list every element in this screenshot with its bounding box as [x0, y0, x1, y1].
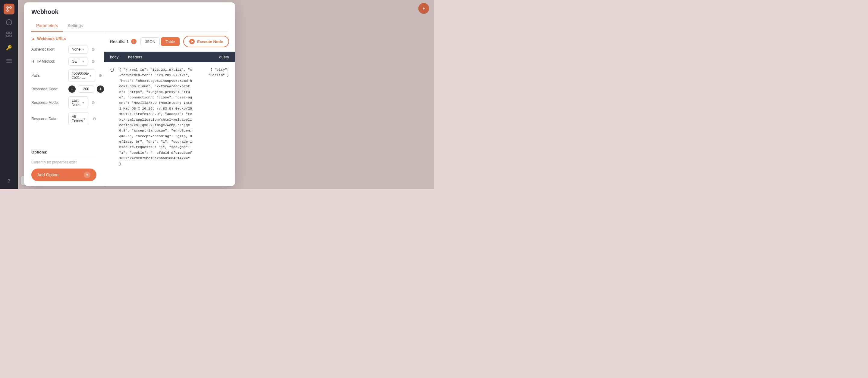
modal-tabs: Parameters Settings: [31, 20, 228, 32]
options-divider: [31, 157, 96, 157]
webhook-urls-section[interactable]: ▲ Webhook URLs: [31, 36, 96, 41]
results-content: {} { "x-real-ip": "123.201.57.121", "x-f…: [104, 62, 235, 186]
modal-title: Webhook: [31, 8, 228, 15]
http-method-row: HTTP Method: GET ▼ ⚙: [31, 57, 96, 66]
add-option-chevron-icon: ▼: [84, 172, 90, 178]
result-json-value: { "x-real-ip": "123.201.57.121", "x-forw…: [119, 67, 193, 181]
authentication-row: Authentication: None ▼ ⚙: [31, 45, 96, 54]
table-view-button[interactable]: Table: [161, 37, 179, 46]
result-brace: {}: [110, 67, 114, 181]
tab-parameters[interactable]: Parameters: [31, 20, 63, 32]
options-empty-text: Currently no properties exist: [31, 160, 96, 164]
response-mode-select[interactable]: Last Node ▼: [68, 96, 88, 109]
results-count: Results: 1: [110, 39, 129, 44]
execute-node-button[interactable]: Execute Node: [183, 36, 229, 47]
results-table-header: body headers query: [104, 52, 235, 62]
response-mode-row: Response Mode: Last Node ▼ ⚙: [31, 96, 96, 109]
path-label: Path:: [31, 73, 66, 78]
tab-settings[interactable]: Settings: [63, 20, 88, 32]
json-view-button[interactable]: JSON: [141, 37, 160, 46]
add-option-button[interactable]: Add Option ▼: [31, 169, 96, 181]
authentication-label: Authentication:: [31, 47, 66, 51]
http-method-label: HTTP Method:: [31, 59, 66, 64]
results-left: Results: 1 i: [110, 39, 136, 44]
collapse-icon: ▲: [31, 36, 35, 41]
path-row: Path: 45690b6a-2b01- ... ▼ ⚙: [31, 69, 96, 82]
response-code-row: Response Code: − 200 + ⚙: [31, 85, 96, 93]
path-control: 45690b6a-2b01- ... ▼ ⚙: [68, 69, 104, 82]
authentication-chevron-icon: ▼: [82, 48, 85, 51]
response-data-chevron-icon: ▼: [83, 117, 86, 121]
results-info-icon[interactable]: i: [131, 39, 136, 44]
panel-content: ▲ Webhook URLs Authentication: None ▼ ⚙: [24, 32, 104, 150]
results-header: Results: 1 i JSON Table Execute Node: [104, 32, 235, 52]
http-method-control: GET ▼ ⚙: [68, 57, 96, 66]
http-method-gear-icon[interactable]: ⚙: [90, 58, 96, 65]
col-query: query: [205, 55, 229, 59]
response-code-decrement-button[interactable]: −: [68, 85, 76, 93]
response-mode-control: Last Node ▼ ⚙: [68, 96, 96, 109]
result-query-value: { "city": "Berlin" }: [193, 67, 229, 181]
authentication-select[interactable]: None ▼: [68, 45, 88, 54]
col-body: body: [110, 55, 128, 59]
response-data-row: Response Data: All Entries ▼ ⚙: [31, 112, 96, 125]
response-code-increment-button[interactable]: +: [97, 85, 104, 93]
response-data-control: All Entries ▼ ⚙: [68, 112, 98, 125]
path-select[interactable]: 45690b6a-2b01- ... ▼: [68, 69, 95, 82]
execute-play-icon: [189, 39, 195, 44]
response-mode-chevron-icon: ▼: [82, 101, 85, 104]
response-mode-label: Response Mode:: [31, 101, 66, 105]
http-method-chevron-icon: ▼: [82, 60, 85, 63]
http-method-select[interactable]: GET ▼: [68, 57, 88, 66]
options-section: Options: Currently no properties exist A…: [24, 150, 104, 186]
modal-header: Webhook: [24, 2, 235, 20]
options-title: Options:: [31, 150, 96, 154]
modal-body: ▲ Webhook URLs Authentication: None ▼ ⚙: [24, 32, 235, 186]
response-code-counter: − 200 +: [68, 85, 104, 93]
path-chevron-icon: ▼: [89, 74, 92, 77]
response-data-label: Response Data:: [31, 117, 66, 121]
webhook-modal: ✕ Webhook Parameters Settings ▲ Webhook …: [24, 2, 235, 186]
right-panel: Results: 1 i JSON Table Execute Node bod…: [104, 32, 235, 186]
response-code-label: Response Code:: [31, 87, 66, 91]
response-mode-gear-icon[interactable]: ⚙: [90, 99, 96, 106]
col-headers: headers: [128, 55, 205, 59]
response-data-select[interactable]: All Entries ▼: [68, 112, 89, 125]
authentication-control: None ▼ ⚙: [68, 45, 96, 54]
response-code-control: − 200 + ⚙: [68, 85, 104, 93]
path-gear-icon[interactable]: ⚙: [97, 72, 104, 79]
left-panel: ▲ Webhook URLs Authentication: None ▼ ⚙: [24, 32, 104, 186]
response-code-value: 200: [78, 85, 94, 93]
authentication-gear-icon[interactable]: ⚙: [90, 46, 96, 53]
view-toggle: JSON Table: [141, 37, 180, 46]
response-data-gear-icon[interactable]: ⚙: [91, 115, 98, 122]
